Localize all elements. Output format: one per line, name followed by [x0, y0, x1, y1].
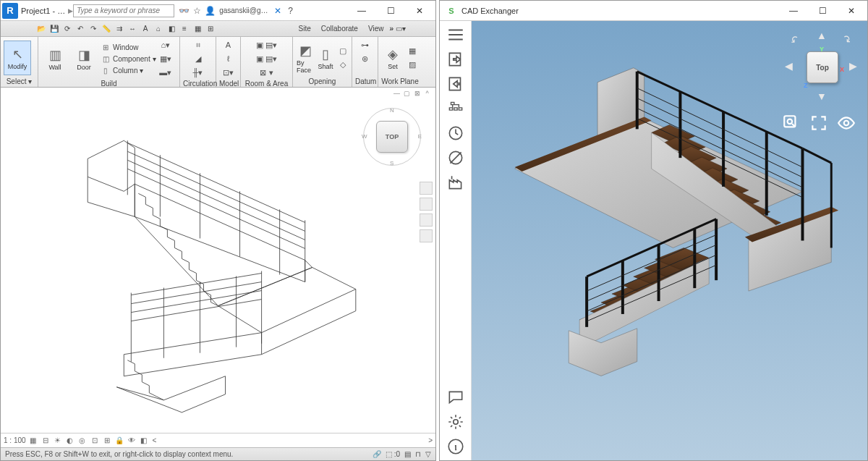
- railing-icon[interactable]: ╫▾: [192, 66, 205, 79]
- tag-room-icon[interactable]: ⊠ ▾: [259, 66, 273, 79]
- panel-toggle-icon[interactable]: ▭▾: [395, 23, 407, 35]
- cube-left-arrow-icon[interactable]: ◀: [785, 60, 793, 72]
- pan-icon[interactable]: [420, 198, 433, 211]
- scroll-right-icon[interactable]: >: [428, 436, 433, 444]
- help-view-icon[interactable]: ^: [423, 89, 431, 97]
- cad-close-button[interactable]: ✕: [837, 1, 866, 20]
- star-icon[interactable]: ☆: [192, 6, 202, 16]
- floor-icon[interactable]: ▬▾: [159, 66, 172, 79]
- min-view-icon[interactable]: —: [393, 89, 401, 97]
- measure-icon[interactable]: 📏: [101, 23, 112, 35]
- detail-level-icon[interactable]: ▦: [28, 436, 38, 446]
- close-button[interactable]: ✕: [405, 1, 434, 20]
- crop-icon[interactable]: ⊡: [90, 436, 100, 446]
- selection-filter-icon[interactable]: ▽: [425, 450, 431, 458]
- model-line-icon[interactable]: ℓ: [222, 52, 235, 65]
- ramp-icon[interactable]: ◢: [192, 52, 205, 65]
- info-icon[interactable]: [446, 437, 465, 456]
- cad-cube-face[interactable]: Top: [807, 51, 838, 83]
- cad-fit-icon[interactable]: [809, 115, 828, 131]
- section-tool-icon[interactable]: [446, 148, 465, 167]
- wall-button[interactable]: ▥Wall: [41, 41, 69, 76]
- cube-down-arrow-icon[interactable]: ▼: [817, 90, 827, 102]
- tab-collaborate[interactable]: Collaborate: [317, 23, 362, 34]
- window-button[interactable]: ⊞Window: [99, 42, 158, 53]
- revit-canvas[interactable]: — ▢ ⊠ ^ N W E S TOP: [1, 88, 435, 433]
- shaft-button[interactable]: ▯Shaft: [316, 41, 335, 75]
- cad-minimize-button[interactable]: —: [779, 1, 808, 20]
- cascade-view-icon[interactable]: ⊠: [413, 89, 421, 97]
- tab-site[interactable]: Site: [294, 23, 315, 34]
- cube-top-face[interactable]: TOP: [376, 121, 408, 153]
- binoculars-icon[interactable]: 👓: [179, 6, 189, 16]
- reveal-icon[interactable]: ◧: [139, 436, 149, 446]
- door-button[interactable]: ◨Door: [70, 41, 98, 76]
- tab-view[interactable]: View: [364, 23, 388, 34]
- select-panel-label[interactable]: Select ▾: [4, 77, 35, 85]
- thin-lines-icon[interactable]: ≡: [179, 23, 190, 35]
- import-icon[interactable]: [446, 50, 465, 69]
- crop-region-icon[interactable]: ⊞: [102, 436, 112, 446]
- cube-up-arrow-icon[interactable]: ▲: [817, 30, 827, 41]
- ceiling-icon[interactable]: ▦▾: [159, 52, 172, 65]
- model-text-icon[interactable]: A: [222, 38, 235, 51]
- dimension-icon[interactable]: ↔: [127, 23, 138, 35]
- lock3d-icon[interactable]: 🔒: [114, 436, 124, 446]
- redo-icon[interactable]: ↷: [88, 23, 99, 35]
- room-sep-icon[interactable]: ▣ ▤▾: [255, 52, 278, 65]
- by-face-button[interactable]: ◩By Face: [296, 41, 315, 75]
- menu-icon[interactable]: [446, 25, 465, 44]
- clock-icon[interactable]: [446, 124, 465, 143]
- cad-viewport[interactable]: ▲ ▼ ◀ ▶ ↶ ↷ Y X Z Top: [472, 21, 867, 460]
- cube-rot-ccw-icon[interactable]: ↶: [788, 33, 802, 47]
- maximize-button[interactable]: ☐: [376, 1, 405, 20]
- align-icon[interactable]: ⇉: [114, 23, 125, 35]
- cube-rot-cw-icon[interactable]: ↷: [840, 33, 854, 47]
- cad-maximize-button[interactable]: ☐: [808, 1, 837, 20]
- cube-right-arrow-icon[interactable]: ▶: [849, 60, 857, 72]
- search-input[interactable]: [73, 4, 174, 17]
- room-icon[interactable]: ▣ ▤▾: [255, 38, 278, 51]
- column-button[interactable]: ▯Column ▾: [99, 65, 158, 76]
- steering-wheel-icon[interactable]: [420, 182, 433, 195]
- help-icon[interactable]: ?: [286, 6, 296, 16]
- render-icon[interactable]: ◎: [77, 436, 88, 446]
- factory-icon[interactable]: [446, 173, 465, 192]
- shadows-icon[interactable]: ◐: [65, 436, 75, 446]
- cad-eye-icon[interactable]: [837, 115, 856, 131]
- model-group-icon[interactable]: ⊡▾: [222, 66, 235, 79]
- exchange-icon[interactable]: ✕: [273, 6, 283, 16]
- close-hidden-icon[interactable]: ▦: [192, 23, 203, 35]
- structure-icon[interactable]: [446, 99, 465, 118]
- view-cube[interactable]: N W E S TOP: [363, 108, 421, 166]
- cad-view-cube[interactable]: ▲ ▼ ◀ ▶ ↶ ↷ Y X Z Top: [785, 30, 857, 102]
- export-icon[interactable]: [446, 75, 465, 93]
- user-icon[interactable]: 👤: [205, 6, 215, 16]
- chat-icon[interactable]: [446, 388, 465, 407]
- filter-icon[interactable]: ▤: [404, 450, 411, 458]
- text-icon[interactable]: A: [140, 23, 151, 35]
- stair-icon[interactable]: ⌗: [192, 38, 205, 51]
- vertical-opening-icon[interactable]: ▢: [336, 44, 349, 57]
- visual-style-icon[interactable]: ⊟: [41, 436, 51, 446]
- cad-search-icon[interactable]: [782, 115, 801, 131]
- undo-icon[interactable]: ↶: [75, 23, 86, 35]
- open-icon[interactable]: 📂: [35, 23, 47, 35]
- section-icon[interactable]: ◧: [166, 23, 177, 35]
- level-icon[interactable]: ⊶: [359, 38, 372, 51]
- scale-label[interactable]: 1 : 100: [4, 436, 26, 444]
- user-label[interactable]: gasanskii@g…: [219, 7, 268, 14]
- dormer-icon[interactable]: ◇: [336, 58, 349, 71]
- orbit-icon[interactable]: [420, 229, 433, 242]
- show-plane-icon[interactable]: ▦: [406, 44, 419, 57]
- save-icon[interactable]: 💾: [48, 23, 60, 35]
- zoom-icon[interactable]: [420, 213, 433, 227]
- sync-icon[interactable]: ⟳: [61, 23, 73, 35]
- 3d-icon[interactable]: ⌂: [153, 23, 164, 35]
- grid-icon[interactable]: ⊛: [359, 52, 372, 65]
- component-button[interactable]: ◫Component ▾: [99, 54, 158, 64]
- switch-windows-icon[interactable]: ⊞: [205, 23, 216, 35]
- set-button[interactable]: ◈Set: [381, 41, 404, 75]
- max-view-icon[interactable]: ▢: [403, 89, 411, 97]
- temp-hide-icon[interactable]: 👁: [127, 436, 137, 446]
